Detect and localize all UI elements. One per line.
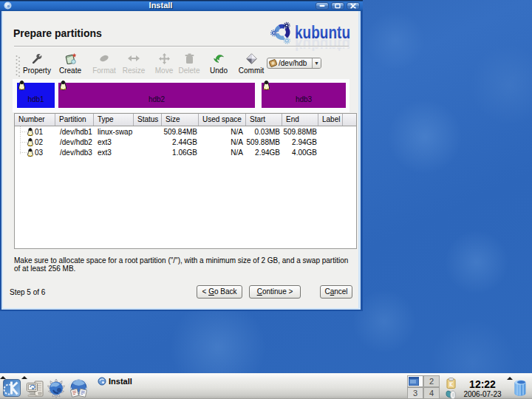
svg-text:kubuntu: kubuntu: [295, 35, 350, 51]
